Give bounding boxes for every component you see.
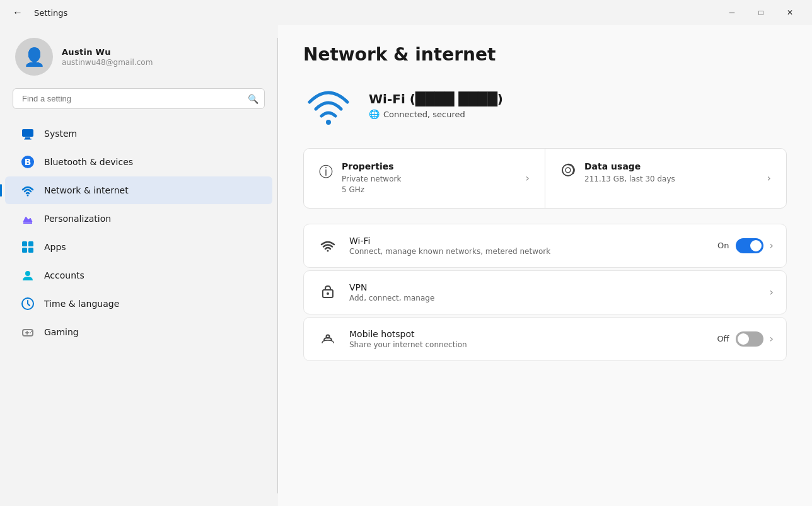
info-cards: ⓘ Properties Private network 5 GHz › [303,148,787,209]
properties-title: Properties [342,161,401,171]
sidebar-item-label: Personalization [44,214,111,224]
bluetooth-icon: B [20,154,35,170]
data-usage-card[interactable]: Data usage 211.13 GB, last 30 days › [545,149,786,208]
user-info: Austin Wu austinwu48@gmail.com [62,47,153,67]
sidebar-item-personalization[interactable]: Personalization [5,205,272,233]
page-title: Network & internet [303,44,787,65]
vpn-title: VPN [349,282,760,292]
wifi-toggle[interactable] [736,238,763,253]
sidebar-item-apps[interactable]: Apps [5,233,272,261]
mobile-hotspot-chevron-icon: › [770,333,774,345]
app-body: 👤 Austin Wu austinwu48@gmail.com 🔍 Syste… [0,25,812,506]
gaming-icon [20,325,35,340]
svg-rect-0 [22,129,33,137]
back-button[interactable]: ← [8,4,28,21]
sidebar-item-label: Bluetooth & devices [44,157,133,167]
settings-item-vpn[interactable]: VPN Add, connect, manage › [303,270,787,314]
wifi-icon-large [303,80,354,130]
search-box: 🔍 [13,88,265,109]
window-controls: ─ □ ✕ [717,0,804,25]
wifi-right: On › [717,238,774,253]
title-bar-left: ← Settings [8,4,67,21]
svg-rect-2 [24,139,32,140]
svg-rect-9 [22,248,27,253]
data-usage-detail: 211.13 GB, last 30 days [584,174,675,185]
vpn-desc: Add, connect, manage [349,294,760,302]
user-name: Austin Wu [62,47,153,57]
wifi-status: 🌐 Connected, secured [369,109,503,119]
svg-rect-7 [22,241,27,246]
minimize-button[interactable]: ─ [717,0,746,25]
personalization-icon [20,211,35,226]
settings-item-mobile-hotspot[interactable]: Mobile hotspot Share your internet conne… [303,317,787,361]
svg-point-19 [31,331,32,332]
properties-detail2: 5 GHz [342,185,401,195]
svg-point-11 [25,271,30,276]
wifi-chevron-icon: › [770,239,774,251]
svg-line-14 [28,304,30,306]
vpn-chevron-icon: › [770,286,774,298]
network-icon [20,183,35,198]
avatar[interactable]: 👤 [15,38,53,76]
sidebar-item-label: Apps [44,242,66,252]
settings-list: Wi-Fi Connect, manage known networks, me… [303,224,787,361]
sidebar-item-network[interactable]: Network & internet [5,176,272,204]
vpn-info: VPN Add, connect, manage [349,282,760,302]
vpn-icon [316,281,339,304]
svg-point-5 [27,195,29,197]
data-usage-card-text: Data usage 211.13 GB, last 30 days [584,161,675,185]
main-content: Network & internet Wi-Fi (████ ████) [278,25,812,506]
system-icon [20,126,35,141]
wifi-desc: Connect, manage known networks, metered … [349,247,707,256]
close-button[interactable]: ✕ [775,0,804,25]
mobile-hotspot-toggle-thumb [738,333,749,345]
wifi-info: Wi-Fi (████ ████) 🌐 Connected, secured [369,91,503,119]
mobile-hotspot-info: Mobile hotspot Share your internet conne… [349,329,707,349]
svg-point-22 [566,168,571,173]
sidebar: 👤 Austin Wu austinwu48@gmail.com 🔍 Syste… [0,25,277,506]
svg-rect-10 [28,248,33,253]
wifi-hero: Wi-Fi (████ ████) 🌐 Connected, secured [303,80,787,130]
svg-point-20 [326,120,331,125]
search-input[interactable] [13,88,265,109]
sidebar-nav: System B Bluetooth & devices Network & i… [0,119,277,347]
user-section: 👤 Austin Wu austinwu48@gmail.com [0,25,277,86]
sidebar-item-label: System [44,129,77,139]
mobile-hotspot-icon [316,328,339,350]
maximize-button[interactable]: □ [746,0,775,25]
svg-point-25 [327,292,329,295]
settings-item-wifi[interactable]: Wi-Fi Connect, manage known networks, me… [303,224,787,268]
mobile-hotspot-desc: Share your internet connection [349,340,707,349]
search-icon[interactable]: 🔍 [248,94,258,104]
wifi-icon [316,234,339,257]
mobile-hotspot-toggle[interactable] [736,331,763,347]
sidebar-item-label: Gaming [44,327,79,337]
mobile-hotspot-title: Mobile hotspot [349,329,707,339]
wifi-name: Wi-Fi (████ ████) [369,91,503,106]
svg-point-18 [30,332,31,333]
avatar-icon: 👤 [23,47,45,67]
wifi-status-text: Connected, secured [383,110,465,119]
globe-icon: 🌐 [369,109,380,119]
mobile-hotspot-right: Off › [717,331,774,347]
info-icon: ⓘ [319,163,333,181]
sidebar-item-system[interactable]: System [5,120,272,147]
title-bar: ← Settings ─ □ ✕ [0,0,812,25]
sidebar-item-time[interactable]: Time & language [5,290,272,318]
sidebar-item-accounts[interactable]: Accounts [5,262,272,289]
apps-icon [20,239,35,255]
data-usage-icon [560,163,576,181]
sidebar-item-label: Network & internet [44,185,129,195]
svg-rect-8 [28,241,33,246]
user-email: austinwu48@gmail.com [62,58,153,67]
time-icon [20,296,35,311]
properties-detail1: Private network [342,174,401,185]
data-usage-title: Data usage [584,161,675,171]
wifi-info: Wi-Fi Connect, manage known networks, me… [349,236,707,256]
properties-card[interactable]: ⓘ Properties Private network 5 GHz › [304,149,545,208]
svg-text:B: B [25,157,32,167]
sidebar-item-bluetooth[interactable]: B Bluetooth & devices [5,148,272,176]
sidebar-item-label: Time & language [44,299,119,309]
sidebar-item-gaming[interactable]: Gaming [5,318,272,346]
mobile-hotspot-toggle-label: Off [717,334,729,343]
